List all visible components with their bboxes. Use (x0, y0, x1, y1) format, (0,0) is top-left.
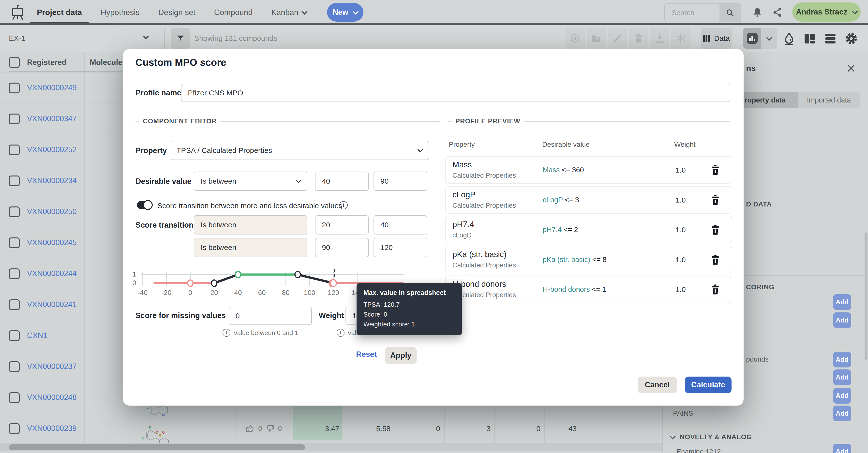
collapse-chevron-icon[interactable] (670, 433, 676, 439)
edit-pencil-button[interactable] (608, 28, 627, 48)
select-all-checkbox[interactable] (9, 57, 20, 68)
remove-component-button[interactable] (711, 224, 720, 236)
chart-view-toggle[interactable] (743, 28, 761, 48)
compound-link[interactable]: CXN1 (27, 320, 48, 351)
delete-trash-button[interactable] (629, 28, 648, 48)
delete-trash-icon[interactable] (711, 194, 720, 206)
add-button[interactable]: Add (833, 444, 851, 453)
row-checkbox[interactable] (9, 330, 20, 341)
remove-component-button[interactable] (711, 164, 720, 177)
delete-trash-icon[interactable] (711, 254, 720, 265)
row-checkbox[interactable] (9, 175, 20, 186)
reset-button[interactable]: Reset (356, 350, 377, 359)
row-checkbox[interactable] (9, 206, 20, 217)
tab-compound[interactable]: Compound (214, 0, 253, 25)
list-view-icon[interactable] (824, 33, 837, 44)
compound-link[interactable]: VXN00000252 (27, 134, 77, 165)
compound-link[interactable]: VXN00000248 (27, 382, 77, 413)
chart-view-dropdown[interactable] (761, 28, 777, 48)
filter-button[interactable] (171, 28, 190, 48)
tab-imported-data[interactable]: Imported data (798, 92, 860, 108)
share-icon[interactable] (772, 7, 783, 18)
cancel-button[interactable]: Cancel (638, 377, 677, 393)
move-folder-button[interactable] (587, 28, 606, 48)
freeze-snowflake-button[interactable] (671, 28, 690, 48)
info-icon[interactable]: i (339, 201, 348, 209)
thumbs-down-icon[interactable] (266, 424, 274, 433)
desirable-op-select[interactable]: Is between (194, 171, 307, 191)
profile-name-input[interactable]: Pfizer CNS MPO (181, 84, 730, 102)
section-header-scoring: CORING (746, 283, 774, 291)
tab-design-set[interactable]: Design set (158, 0, 195, 25)
row-checkbox[interactable] (9, 392, 20, 403)
user-menu[interactable]: Andras Stracz (792, 2, 861, 22)
remove-component-button[interactable] (711, 284, 720, 296)
fill-color-icon[interactable] (783, 32, 795, 45)
compound-link[interactable]: VXN00000241 (27, 289, 77, 320)
row-checkbox[interactable] (9, 237, 20, 248)
data-view-button[interactable]: Data (701, 28, 732, 48)
compound-link[interactable]: VXN00000237 (27, 351, 77, 382)
column-header-registered[interactable]: Registered (27, 52, 66, 72)
app-logo-icon[interactable] (10, 5, 26, 21)
row-checkbox[interactable] (9, 423, 20, 434)
compound-link[interactable]: VXN00000244 (27, 258, 77, 289)
search-input[interactable] (665, 4, 725, 22)
delete-trash-icon[interactable] (711, 164, 720, 176)
tooltip-line: TPSA: 120.7 (364, 300, 455, 310)
compound-link[interactable]: VXN00000239 (27, 413, 77, 444)
apply-button[interactable]: Apply (385, 347, 417, 364)
delete-trash-icon[interactable] (711, 284, 720, 295)
transition-op-select[interactable]: Is between (194, 215, 307, 234)
row-checkbox[interactable] (9, 268, 20, 279)
remove-component-button[interactable] (711, 254, 720, 266)
thumbs-up-icon[interactable] (246, 424, 255, 433)
compound-link[interactable]: VXN00000234 (27, 165, 77, 196)
score-transition-toggle[interactable] (137, 201, 151, 209)
delete-trash-icon[interactable] (711, 224, 720, 235)
search-submit[interactable] (719, 4, 741, 22)
row-checkbox[interactable] (9, 83, 20, 93)
remove-component-button[interactable] (711, 194, 720, 207)
add-button[interactable]: Add (833, 294, 851, 310)
transition-op-select[interactable]: Is between (194, 238, 307, 257)
horizontal-scrollbar-thumb[interactable] (9, 444, 305, 450)
new-button[interactable]: New (327, 3, 364, 22)
add-button[interactable]: Add (833, 369, 851, 385)
settings-gear-icon[interactable] (845, 32, 858, 45)
desirable-min-input[interactable]: 40 (315, 171, 369, 191)
compound-link[interactable]: VXN00000250 (27, 196, 77, 227)
add-button[interactable]: Add (833, 406, 851, 421)
transition-max-input[interactable]: 120 (373, 238, 427, 257)
tab-kanban[interactable]: Kanban (271, 0, 306, 25)
close-icon[interactable] (847, 64, 855, 72)
missing-values-input[interactable]: 0 (229, 307, 312, 325)
compound-link[interactable]: VXN00000249 (27, 72, 77, 103)
property-select[interactable]: TPSA / Calculated Properties (170, 141, 429, 160)
target-button[interactable] (565, 28, 585, 48)
desirable-max-input[interactable]: 90 (373, 171, 427, 191)
horizontal-scrollbar[interactable] (0, 444, 662, 451)
column-header-molecule[interactable]: Molecule (90, 52, 122, 72)
tab-hypothesis[interactable]: Hypothesis (100, 0, 140, 25)
row-checkbox[interactable] (9, 114, 20, 124)
transition-min-input[interactable]: 90 (315, 238, 369, 257)
compound-link[interactable]: VXN00000347 (27, 103, 77, 134)
tab-project-data[interactable]: Project data (37, 0, 82, 25)
add-button[interactable]: Add (833, 352, 851, 367)
column-layout-icon[interactable] (804, 33, 816, 44)
row-checkbox[interactable] (9, 299, 20, 310)
row-checkbox[interactable] (9, 361, 20, 372)
calculate-button[interactable]: Calculate (685, 377, 732, 393)
add-button[interactable]: Add (833, 388, 851, 403)
row-checkbox[interactable] (9, 144, 20, 155)
add-button[interactable]: Add (833, 313, 851, 328)
download-button[interactable] (650, 28, 669, 48)
section-header-novelty[interactable]: NOVELTY & ANALOG (680, 433, 752, 441)
dataset-select[interactable]: EX-1 (9, 25, 25, 52)
transition-max-input[interactable]: 40 (373, 215, 427, 234)
compound-link[interactable]: VXN00000245 (27, 227, 77, 258)
sidebar-scrollbar-thumb[interactable] (865, 232, 868, 360)
notifications-bell-icon[interactable] (752, 7, 763, 18)
transition-min-input[interactable]: 20 (315, 215, 369, 234)
